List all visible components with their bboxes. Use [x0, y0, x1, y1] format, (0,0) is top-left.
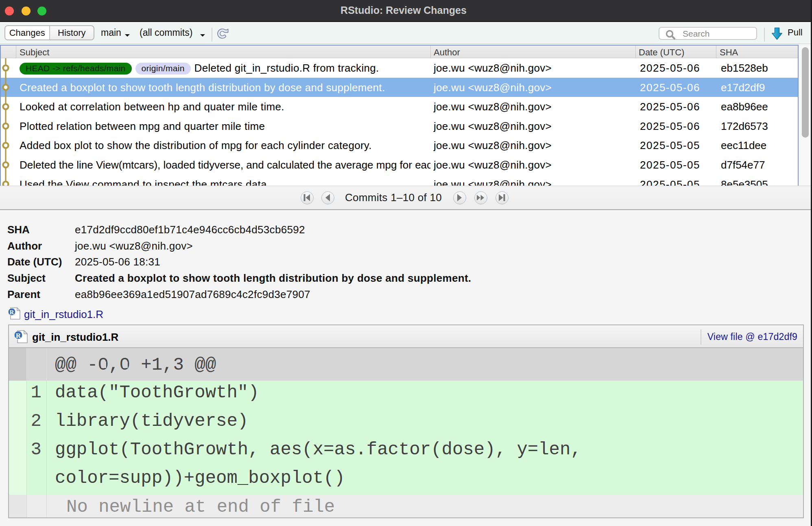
svg-text:R: R	[16, 332, 21, 340]
svg-text:R: R	[10, 309, 14, 316]
